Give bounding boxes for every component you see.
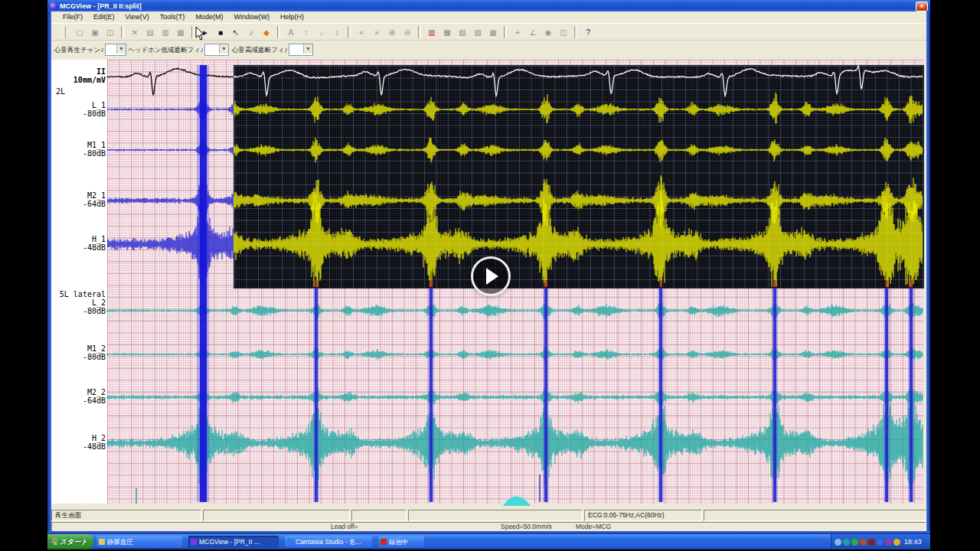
task-icon — [191, 539, 197, 545]
task-button-camtasia[interactable]: Camtasia Studio - 名... — [285, 536, 372, 548]
menu-item-viewv[interactable]: View(V) — [120, 11, 155, 23]
toolbar-sound-icon[interactable]: ♪ — [244, 26, 258, 39]
task-button-bloodpressure[interactable]: 静脈血圧 — [96, 536, 182, 548]
filter-dropdown-0[interactable]: ▼ — [105, 44, 126, 56]
status-panel-4: ECG:0.05-75Hz,AC(60Hz) — [584, 510, 702, 521]
taskbar-clock: 18:43 — [904, 538, 922, 546]
menu-item-helph[interactable]: Help(H) — [275, 11, 309, 23]
toolbar-print-icon[interactable]: ▦ — [174, 26, 188, 39]
play-icon — [486, 268, 498, 285]
tray-icon-5[interactable] — [877, 539, 884, 546]
toolbar-measure-icon[interactable]: + — [511, 26, 524, 39]
status-bar-upper: 再生画面ECG:0.05-75Hz,AC(60Hz) — [51, 510, 926, 521]
toolbar-marker-icon[interactable]: ◆ — [260, 26, 273, 39]
toolbar-open-icon[interactable]: ▢ — [73, 26, 87, 39]
task-icon — [287, 539, 293, 545]
window-border-left — [47, 11, 51, 534]
channel-label-block-5: H_1 -48dB — [83, 235, 106, 252]
toolbar-copy-icon[interactable]: ▤ — [143, 26, 157, 39]
lead-off-status: Lead off= — [331, 523, 358, 531]
toolbar-select-icon[interactable]: ↖ — [229, 26, 243, 39]
start-button[interactable]: スタート — [47, 534, 93, 549]
chevron-down-icon[interactable]: ▼ — [219, 44, 228, 54]
toolbar-zoom-out-icon[interactable]: ⊖ — [400, 26, 414, 39]
menu-item-modem[interactable]: Mode(M) — [190, 11, 228, 23]
tray-icon-7[interactable] — [893, 539, 900, 546]
channel-label-block-4: M2_1 -64dB — [83, 191, 106, 208]
toolbar-fit-icon[interactable]: ↕ — [330, 26, 344, 39]
tray-icon-4[interactable] — [868, 539, 875, 546]
channel-label-block-6: 5L lateral L_2 -80dB — [60, 290, 106, 315]
toolbar-gain-up-icon[interactable]: ↑ — [299, 26, 313, 39]
title-bar[interactable]: MCGView - [PR_II II:split] × — [47, 0, 930, 11]
video-frame: MCGView - [PR_II II:split] × File(F)Edit… — [47, 0, 930, 549]
channel-label-block-2: L_1 -80dB — [83, 101, 106, 118]
window-title: MCGView - [PR_II II:split] — [60, 2, 142, 10]
channel-label-block-1: 2L — [56, 87, 65, 96]
channel-label-block-0: II 10mm/mV — [74, 67, 106, 84]
tray-icon-0[interactable] — [835, 539, 841, 546]
task-button-mcgview[interactable]: MCGView - [PR_II ... — [188, 536, 279, 548]
task-icon — [99, 539, 105, 545]
taskbar: スタート 静脈血圧MCGView - [PR_II ...Camtasia St… — [47, 534, 930, 549]
toolbar-grid-d-icon[interactable]: ▦ — [486, 26, 500, 39]
status-panel-1 — [203, 510, 350, 521]
toolbar-grip — [62, 26, 66, 38]
status-panel-5 — [704, 510, 926, 521]
filter-dropdown-1[interactable]: ▼ — [204, 44, 229, 56]
status-panel-2 — [351, 510, 407, 521]
tray-icon-2[interactable] — [851, 539, 858, 546]
toolbar-separator — [504, 26, 507, 38]
tray-icon-3[interactable] — [860, 539, 867, 546]
toolbar-grid-b-icon[interactable]: ▧ — [456, 26, 469, 39]
toolbar-save-all-icon[interactable]: ◫ — [103, 26, 117, 39]
toolbar-gain-down-icon[interactable]: ↓ — [315, 26, 328, 39]
system-tray: 18:43 — [831, 534, 930, 549]
toolbar-separator — [418, 26, 421, 38]
toolbar-zoom-in-icon[interactable]: ⊕ — [385, 26, 399, 39]
toolbar-split-view-icon[interactable]: ◫ — [557, 26, 570, 39]
mcgview-window: MCGView - [PR_II II:split] × File(F)Edit… — [47, 0, 930, 534]
menu-item-edite[interactable]: Edit(E) — [88, 11, 120, 23]
filter-label-0: 心音再生チャンネル: — [54, 46, 103, 55]
toolbar-next-page-icon[interactable]: » — [370, 26, 384, 39]
toolbar-cut-icon[interactable]: ✕ — [128, 26, 142, 39]
toolbar-grid-a-icon[interactable]: ▩ — [440, 26, 454, 39]
menu-item-toolst[interactable]: Tools(T) — [155, 11, 191, 23]
channel-label-block-3: M1_1 -80dB — [83, 141, 106, 158]
toolbar: ▢▣◫✕▤▥▦►■↖♪◆A↑↓↕«»⊕⊖▥▩▧▨▦+∠◉◫? — [51, 23, 926, 41]
status-panel-3 — [408, 510, 583, 521]
toolbar-annotate-icon[interactable]: ◉ — [541, 26, 555, 39]
menu-item-windoww[interactable]: Window(W) — [228, 11, 275, 23]
start-label: スタート — [60, 538, 88, 546]
task-button-recording[interactable]: 録画中 — [378, 536, 424, 548]
toolbar-stop-icon[interactable]: ■ — [214, 26, 227, 39]
toolbar-angle-icon[interactable]: ∠ — [526, 26, 540, 39]
tray-icon-6[interactable] — [885, 539, 892, 546]
toolbar-level-meter-icon[interactable]: ▥ — [425, 26, 439, 39]
chevron-down-icon[interactable]: ▼ — [116, 44, 126, 54]
toolbar-save-icon[interactable]: ▣ — [88, 26, 102, 39]
chevron-down-icon[interactable]: ▼ — [303, 44, 312, 54]
task-icon — [381, 539, 387, 545]
video-play-button[interactable] — [471, 256, 511, 296]
filter-dropdown-2[interactable]: ▼ — [289, 44, 313, 56]
toolbar-prev-page-icon[interactable]: « — [354, 26, 368, 39]
toolbar-grid-c-icon[interactable]: ▨ — [471, 26, 485, 39]
menu-bar: File(F)Edit(E)View(V)Tools(T)Mode(M)Wind… — [51, 11, 926, 23]
toolbar-separator — [191, 26, 194, 38]
toolbar-play-icon[interactable]: ► — [198, 26, 212, 39]
windows-logo-icon — [51, 538, 57, 545]
toolbar-paste-icon[interactable]: ▥ — [158, 26, 172, 39]
filter-label-2: 心音高域遮断フィルタ: — [232, 46, 287, 55]
status-panel-0: 再生画面 — [51, 510, 201, 521]
tray-icon-1[interactable] — [843, 539, 850, 546]
toolbar-separator — [277, 26, 280, 38]
toolbar-separator — [574, 26, 577, 38]
menu-item-filef[interactable]: File(F) — [57, 11, 88, 23]
channel-label-block-7: M1_2 -80dB — [83, 344, 106, 361]
toolbar-text-icon[interactable]: A — [284, 26, 298, 39]
channel-label-block-8: M2_2 -64dB — [83, 388, 106, 405]
speed-status: Speed=50.0mm/s — [501, 523, 552, 531]
toolbar-help-icon[interactable]: ? — [581, 26, 595, 39]
